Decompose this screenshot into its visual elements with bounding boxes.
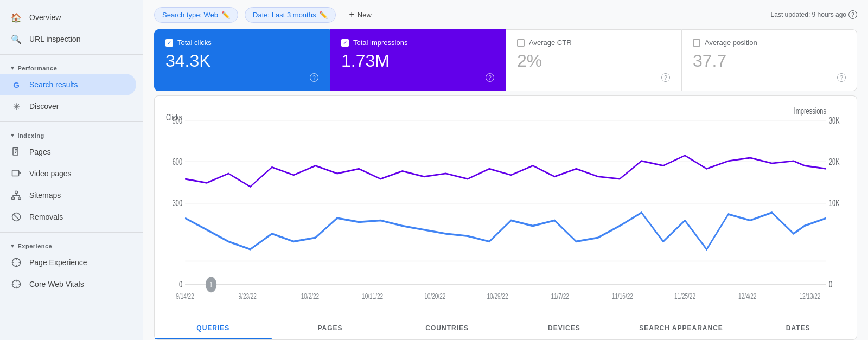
svg-text:9/14/22: 9/14/22: [176, 292, 194, 300]
sidebar-item-sitemaps[interactable]: Sitemaps: [0, 184, 136, 206]
svg-text:10/2/22: 10/2/22: [301, 292, 319, 300]
metric-average-ctr[interactable]: Average CTR 2% ?: [506, 29, 681, 91]
metric-value-clicks: 34.3K: [165, 51, 318, 71]
tab-countries[interactable]: COUNTRIES: [388, 317, 506, 339]
svg-text:300: 300: [173, 199, 183, 208]
help-ctr[interactable]: ?: [661, 73, 670, 82]
google-icon: G: [11, 79, 22, 90]
tab-devices[interactable]: DEVICES: [506, 317, 623, 339]
metric-total-clicks[interactable]: ✓ Total clicks 34.3K ?: [154, 29, 330, 91]
sidebar-divider-3: [0, 232, 143, 233]
new-label: New: [358, 11, 372, 19]
new-filter-button[interactable]: + New: [342, 7, 378, 23]
sidebar-item-url-inspection[interactable]: 🔍 URL inspection: [0, 28, 136, 50]
metric-total-impressions[interactable]: ✓ Total impressions 1.73M ?: [330, 29, 506, 91]
metric-label: Average position: [705, 39, 757, 47]
sidebar-item-label: Page Experience: [29, 258, 87, 267]
svg-text:600: 600: [173, 157, 183, 166]
date-label: Date: Last 3 months: [253, 11, 316, 19]
svg-text:10/29/22: 10/29/22: [487, 292, 508, 300]
sidebar-item-label: Core Web Vitals: [29, 280, 84, 288]
checkbox-total-impressions[interactable]: ✓: [341, 39, 349, 47]
plus-icon: +: [349, 10, 354, 20]
checkbox-average-ctr[interactable]: [517, 39, 525, 47]
video-pages-icon: [11, 168, 22, 179]
sidebar-divider-2: [0, 121, 143, 122]
sidebar-item-label: Video pages: [29, 169, 72, 178]
core-web-vitals-icon: [11, 279, 22, 290]
sidebar-item-label: Overview: [29, 13, 61, 22]
tab-queries[interactable]: QUERIES: [155, 317, 272, 339]
svg-text:12/4/22: 12/4/22: [738, 292, 756, 300]
search-type-filter[interactable]: Search type: Web ✏️: [154, 7, 238, 23]
performance-chart: 900 600 300 0 Clicks 30K 20K 10K 0 Impre…: [163, 105, 848, 308]
metric-header: ✓ Total clicks: [165, 39, 318, 47]
pages-icon: [11, 146, 22, 157]
svg-text:11/16/22: 11/16/22: [612, 292, 633, 300]
svg-rect-4: [18, 197, 21, 200]
tab-pages[interactable]: PAGES: [272, 317, 389, 339]
svg-rect-1: [12, 170, 19, 176]
svg-text:10K: 10K: [829, 199, 840, 208]
metric-header-ctr: Average CTR: [517, 39, 670, 47]
sitemaps-icon: [11, 190, 22, 201]
chevron-down-icon: ▾: [11, 65, 15, 72]
metric-label: Total clicks: [177, 39, 212, 47]
sidebar-divider: [0, 54, 143, 55]
chart-area: 900 600 300 0 Clicks 30K 20K 10K 0 Impre…: [154, 95, 857, 317]
edit-icon-date: ✏️: [319, 11, 328, 19]
svg-text:11/7/22: 11/7/22: [551, 292, 569, 300]
metric-value-position: 37.7: [693, 51, 846, 71]
metric-value-ctr: 2%: [517, 51, 670, 71]
date-filter[interactable]: Date: Last 3 months ✏️: [245, 7, 336, 23]
search-icon: 🔍: [11, 34, 22, 44]
help-position[interactable]: ?: [837, 73, 846, 82]
svg-text:Impressions: Impressions: [794, 106, 826, 116]
sidebar-item-pages[interactable]: Pages: [0, 141, 136, 163]
svg-text:12/13/22: 12/13/22: [799, 292, 820, 300]
svg-text:11/25/22: 11/25/22: [674, 292, 695, 300]
metric-label: Total impressions: [353, 39, 407, 47]
discover-icon: ✳: [11, 101, 22, 112]
svg-text:Clicks: Clicks: [166, 113, 182, 122]
help-impressions[interactable]: ?: [486, 73, 494, 82]
checkbox-total-clicks[interactable]: ✓: [165, 39, 173, 47]
sidebar-item-label: Search results: [29, 80, 78, 89]
sidebar-item-removals[interactable]: Removals: [0, 206, 136, 228]
toolbar: Search type: Web ✏️ Date: Last 3 months …: [143, 0, 868, 29]
search-type-label: Search type: Web: [162, 11, 218, 19]
tab-dates[interactable]: DATES: [739, 317, 857, 339]
metrics-row: ✓ Total clicks 34.3K ? ✓ Total impressio…: [154, 29, 857, 91]
last-updated-text: Last updated: 9 hours ago: [771, 11, 846, 18]
svg-text:1: 1: [209, 281, 213, 290]
sidebar-item-overview[interactable]: 🏠 Overview: [0, 7, 136, 28]
metric-value-impressions: 1.73M: [341, 51, 494, 71]
svg-text:9/23/22: 9/23/22: [239, 292, 257, 300]
main-content: Search type: Web ✏️ Date: Last 3 months …: [143, 0, 868, 340]
sidebar-item-search-results[interactable]: G Search results: [0, 74, 136, 95]
svg-rect-3: [12, 197, 15, 200]
sidebar-item-label: Sitemaps: [29, 191, 61, 200]
sidebar-item-core-web-vitals[interactable]: Core Web Vitals: [0, 273, 136, 295]
help-icon[interactable]: ?: [848, 10, 857, 19]
sidebar-section-indexing: ▾ Indexing: [0, 126, 143, 141]
chevron-down-icon-3: ▾: [11, 242, 15, 249]
svg-text:20K: 20K: [829, 157, 840, 166]
sidebar-item-page-experience[interactable]: Page Experience: [0, 252, 136, 273]
bottom-tabs: QUERIES PAGES COUNTRIES DEVICES SEARCH A…: [154, 317, 857, 340]
metric-average-position[interactable]: Average position 37.7 ?: [681, 29, 857, 91]
svg-rect-2: [15, 191, 18, 194]
svg-text:0: 0: [829, 280, 832, 290]
checkbox-average-position[interactable]: [693, 39, 700, 47]
edit-icon: ✏️: [221, 11, 230, 19]
page-experience-icon: [11, 257, 22, 268]
metric-header-position: Average position: [693, 39, 846, 47]
sidebar-item-discover[interactable]: ✳ Discover: [0, 95, 136, 117]
sidebar-item-label: Pages: [29, 147, 51, 156]
svg-text:0: 0: [179, 280, 182, 290]
sidebar-item-video-pages[interactable]: Video pages: [0, 163, 136, 184]
svg-text:10/11/22: 10/11/22: [362, 292, 383, 300]
help-clicks[interactable]: ?: [310, 73, 318, 82]
sidebar-item-label: Discover: [29, 102, 59, 111]
tab-search-appearance[interactable]: SEARCH APPEARANCE: [623, 317, 740, 339]
